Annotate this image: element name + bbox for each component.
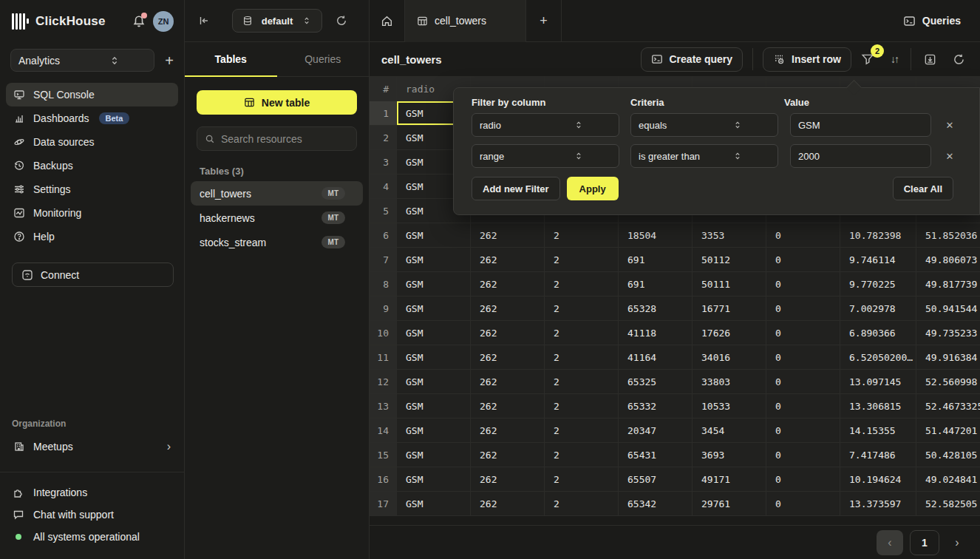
table-cell[interactable]: 13.373597: [840, 492, 916, 516]
table-row[interactable]: 17GSM26226534229761013.37359752.582505: [370, 492, 980, 516]
table-cell[interactable]: 29761: [693, 492, 766, 516]
table-cell[interactable]: 262: [471, 394, 545, 419]
table-cell[interactable]: 2: [545, 345, 619, 370]
filter-criteria-select[interactable]: equals: [630, 113, 778, 137]
sidebar-item-sql-console[interactable]: SQL Console: [6, 83, 178, 106]
table-cell[interactable]: 0: [766, 492, 840, 516]
table-cell[interactable]: 262: [471, 297, 545, 321]
table-cell[interactable]: 2: [545, 272, 619, 297]
refresh-tables-icon[interactable]: [336, 15, 347, 27]
table-cell[interactable]: GSM: [397, 321, 471, 345]
table-cell[interactable]: GSM: [397, 443, 471, 467]
connect-button[interactable]: Connect: [12, 262, 174, 287]
table-cell[interactable]: 2: [545, 223, 619, 248]
table-cell[interactable]: 0: [766, 370, 840, 394]
table-cell[interactable]: 262: [471, 443, 545, 467]
table-cell[interactable]: GSM: [397, 248, 471, 272]
table-cell[interactable]: 34016: [693, 345, 766, 370]
table-cell[interactable]: 49171: [693, 467, 766, 492]
table-cell[interactable]: 691: [619, 248, 693, 272]
table-row[interactable]: 7GSM26226915011209.74611449.806073: [370, 248, 980, 272]
tab-tables[interactable]: Tables: [185, 42, 277, 76]
table-row[interactable]: 16GSM26226550749171010.19462449.024841: [370, 467, 980, 492]
table-cell[interactable]: GSM: [397, 272, 471, 297]
table-cell[interactable]: 50112: [693, 248, 766, 272]
filter-value-input[interactable]: [790, 144, 931, 168]
sidebar-item-dashboards[interactable]: Dashboards Beta: [6, 106, 178, 130]
table-cell[interactable]: 0: [766, 297, 840, 321]
home-button[interactable]: [370, 0, 405, 42]
next-page-button[interactable]: ›: [946, 530, 968, 555]
table-cell[interactable]: GSM: [397, 223, 471, 248]
collapse-panel-icon[interactable]: [198, 15, 210, 27]
table-cell[interactable]: 0: [766, 345, 840, 370]
queries-button[interactable]: Queries: [903, 15, 961, 27]
table-cell[interactable]: 52.4673325: [916, 394, 980, 419]
table-cell[interactable]: 2: [545, 297, 619, 321]
table-cell[interactable]: 10.194624: [840, 467, 916, 492]
table-row[interactable]: 9GSM2622653281677107.00297850.941544: [370, 297, 980, 321]
table-cell[interactable]: 14.15355: [840, 419, 916, 443]
create-query-button[interactable]: Create query: [641, 47, 743, 72]
table-cell[interactable]: 65507: [619, 467, 693, 492]
table-cell[interactable]: 0: [766, 443, 840, 467]
table-cell[interactable]: 0: [766, 272, 840, 297]
table-cell[interactable]: GSM: [397, 370, 471, 394]
table-cell[interactable]: 7.002978: [840, 297, 916, 321]
table-cell[interactable]: 10533: [693, 394, 766, 419]
table-cell[interactable]: 17626: [693, 321, 766, 345]
table-cell[interactable]: 262: [471, 345, 545, 370]
search-resources[interactable]: [197, 126, 357, 151]
sidebar-item-monitoring[interactable]: Monitoring: [6, 201, 178, 225]
table-cell[interactable]: 0: [766, 394, 840, 419]
table-row[interactable]: 13GSM26226533210533013.30681552.4673325: [370, 394, 980, 419]
table-cell[interactable]: GSM: [397, 394, 471, 419]
table-cell[interactable]: 691: [619, 272, 693, 297]
add-filter-button[interactable]: Add new Filter: [472, 177, 560, 200]
filter-criteria-select[interactable]: is greater than: [630, 144, 778, 168]
table-cell[interactable]: 51.852036: [916, 223, 980, 248]
remove-filter-icon[interactable]: ✕: [940, 144, 959, 168]
sidebar-item-backups[interactable]: Backups: [6, 154, 178, 177]
table-row[interactable]: 10GSM2622411181762606.89036649.735233: [370, 321, 980, 345]
table-cell[interactable]: 0: [766, 419, 840, 443]
table-cell[interactable]: 3454: [693, 419, 766, 443]
table-cell[interactable]: 10.782398: [840, 223, 916, 248]
table-cell[interactable]: 262: [471, 492, 545, 516]
tab-queries[interactable]: Queries: [277, 42, 370, 76]
filter-button[interactable]: 2: [858, 50, 877, 69]
table-cell[interactable]: 65431: [619, 443, 693, 467]
table-cell[interactable]: 2: [545, 443, 619, 467]
workspace-select[interactable]: Analytics: [10, 49, 154, 72]
chat-support-link[interactable]: Chat with support: [0, 504, 184, 526]
refresh-button[interactable]: [950, 50, 968, 69]
table-cell[interactable]: 2: [545, 492, 619, 516]
table-cell[interactable]: 262: [471, 321, 545, 345]
table-cell[interactable]: 52.560998: [916, 370, 980, 394]
table-cell[interactable]: GSM: [397, 297, 471, 321]
table-cell[interactable]: 6.890366: [840, 321, 916, 345]
sidebar-item-settings[interactable]: Settings: [6, 177, 178, 201]
table-cell[interactable]: 52.582505: [916, 492, 980, 516]
integrations-link[interactable]: Integrations: [0, 481, 184, 504]
apply-button[interactable]: Apply: [567, 177, 619, 200]
table-cell[interactable]: 262: [471, 272, 545, 297]
table-cell[interactable]: 49.817739: [916, 272, 980, 297]
notifications-bell-icon[interactable]: [132, 15, 146, 28]
table-cell[interactable]: 18504: [619, 223, 693, 248]
current-page[interactable]: 1: [910, 530, 939, 555]
insert-row-button[interactable]: Insert row: [763, 47, 851, 72]
filter-value-input[interactable]: [790, 113, 931, 137]
table-cell[interactable]: 41164: [619, 345, 693, 370]
table-cell[interactable]: 0: [766, 467, 840, 492]
sidebar-item-data-sources[interactable]: Data sources: [6, 130, 178, 154]
table-cell[interactable]: 262: [471, 467, 545, 492]
new-tab-button[interactable]: +: [526, 0, 562, 42]
filter-column-select[interactable]: range: [472, 144, 619, 168]
table-cell[interactable]: 0: [766, 321, 840, 345]
table-cell[interactable]: GSM: [397, 492, 471, 516]
table-row[interactable]: 11GSM2622411643401606.52050200…49.916384: [370, 345, 980, 370]
table-cell[interactable]: 50.428105: [916, 443, 980, 467]
table-cell[interactable]: 262: [471, 370, 545, 394]
table-cell[interactable]: 49.916384: [916, 345, 980, 370]
